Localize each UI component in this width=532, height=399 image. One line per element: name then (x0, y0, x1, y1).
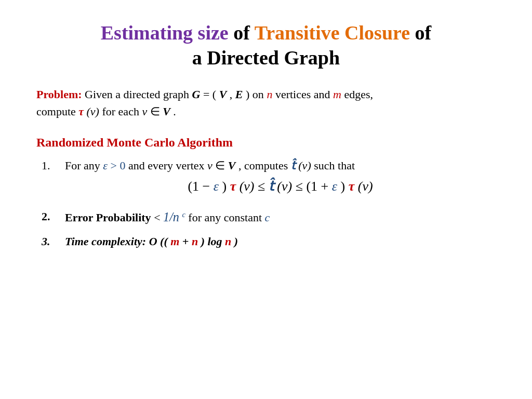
inequality-row: (1 − ε ) τ (v) ≤ t̂ (v) ≤ (1 + ε ) τ (65, 176, 496, 196)
item3-m: m (170, 235, 179, 248)
problem-text3: vertices and (275, 88, 333, 101)
item2-lt: < (154, 211, 163, 224)
item2-fraction: 1/n (163, 210, 179, 224)
item3-plus: + (182, 235, 192, 248)
problem-n: n (267, 88, 272, 101)
item1-v: v (207, 159, 212, 172)
item1-v-paren: (v) (298, 159, 311, 172)
item1-in: ∈ (215, 159, 228, 172)
ineq-leq2: ≤ (296, 179, 307, 194)
item3-open: (( (160, 235, 168, 248)
problem-G: G (192, 88, 201, 101)
list-item-1: 1. For any ε > 0 and every vertex v ∈ V … (42, 157, 496, 202)
item3-time: Time complexity: (65, 235, 149, 248)
slide: Estimating size of Transitive Closure of… (0, 0, 532, 399)
problem-compute: compute (36, 105, 78, 118)
problem-m: m (333, 88, 341, 101)
problem-V: V (219, 88, 227, 101)
rmc-section: Randomized Monte Carlo Algorithm 1. For … (36, 136, 496, 256)
problem-text1: Given a directed graph (85, 88, 192, 101)
list-number-3: 3. (42, 233, 65, 250)
item3-log: log (207, 235, 225, 248)
title-transitive: Transitive Closure (255, 22, 410, 44)
title-directed-graph: a Directed Graph (192, 47, 340, 69)
problem-v1: (v) (87, 105, 99, 118)
item2-label: Error Probability (65, 211, 151, 224)
item2-c: c (265, 211, 270, 224)
item2-for-any: for any constant (188, 211, 264, 224)
problem-V2: V (163, 105, 170, 118)
problem-in: ∈ (150, 105, 163, 118)
ineq-open2: (1 + (306, 179, 331, 194)
ineq-v1: (v) (240, 179, 255, 194)
ineq-eps1: ε (214, 179, 219, 194)
list-item-2: 2. Error Probability < 1/n c for any con… (42, 208, 496, 227)
item1-computes: , computes (238, 159, 291, 172)
ineq-v3: (v) (358, 179, 373, 194)
item2-sup-c: c (182, 210, 185, 219)
item1-and: and every vertex (128, 159, 207, 172)
problem-tau: τ (78, 105, 84, 118)
problem-line1: Problem: Given a directed graph G = ( V … (36, 86, 496, 103)
title-of1: of (233, 22, 254, 44)
item1-V: V (228, 159, 236, 172)
item1-t-hat: t̂ (291, 159, 296, 172)
list-content-1: For any ε > 0 and every vertex v ∈ V , c… (65, 157, 496, 202)
ineq-close2: ) (341, 179, 345, 194)
problem-label: Problem: (36, 88, 82, 101)
problem-v2: v (142, 105, 147, 118)
title-section: Estimating size of Transitive Closure of… (36, 21, 496, 70)
problem-for-each: for each (102, 105, 142, 118)
ineq-eps2: ε (332, 179, 337, 194)
problem-comma: , (230, 88, 235, 101)
item3-end: ) (234, 235, 238, 248)
ineq-close1: ) (222, 179, 227, 194)
item3-O: O (149, 235, 157, 248)
title-line1: Estimating size of Transitive Closure of (36, 21, 496, 46)
ineq-tau1: τ (230, 179, 236, 194)
ineq-tau2: τ (349, 179, 355, 194)
item3-n2: n (225, 235, 231, 248)
list-number-2: 2. (42, 208, 65, 225)
problem-period: . (173, 105, 176, 118)
list-section: 1. For any ε > 0 and every vertex v ∈ V … (36, 157, 496, 250)
title-line2: a Directed Graph (36, 46, 496, 71)
problem-line2: compute τ (v) for each v ∈ V . (36, 103, 496, 120)
item3-n: n (192, 235, 198, 248)
problem-eq: = ( (203, 88, 216, 101)
list-number-1: 1. (42, 157, 65, 174)
problem-text4: edges, (344, 88, 373, 101)
problem-section: Problem: Given a directed graph G = ( V … (36, 86, 496, 120)
item1-text: For any (65, 159, 103, 172)
item1-that: t̂ (291, 157, 296, 174)
ineq-leq1: ≤ (258, 179, 269, 194)
item1-such-that: such that (314, 159, 355, 172)
item1-epsilon: ε (103, 159, 108, 172)
rmc-title: Randomized Monte Carlo Algorithm (36, 136, 496, 150)
ineq-that: t̂ (269, 179, 274, 194)
list-content-3: Time complexity: O (( m + n ) log n ) (65, 233, 496, 250)
list-content-2: Error Probability < 1/n c for any consta… (65, 208, 496, 227)
title-estimating: Estimating size (101, 22, 229, 44)
list-item-3: 3. Time complexity: O (( m + n ) log n ) (42, 233, 496, 250)
ineq-open1: (1 − (188, 179, 213, 194)
item1-gt: > 0 (111, 159, 126, 172)
item3-close: ) (201, 235, 205, 248)
title-of2: of (415, 22, 432, 44)
problem-text2: ) on (246, 88, 267, 101)
ineq-v2: (v) (277, 179, 292, 194)
problem-E: E (235, 88, 243, 101)
